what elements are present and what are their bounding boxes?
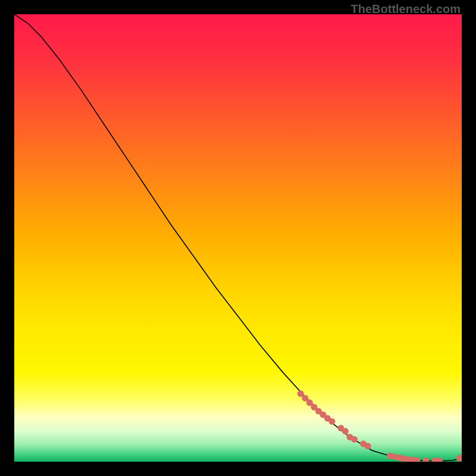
chart-markers <box>298 390 462 462</box>
chart-marker <box>436 458 443 462</box>
chart-marker <box>328 418 335 425</box>
chart-line-layer <box>14 14 462 462</box>
chart-marker <box>422 458 429 462</box>
chart-plot-area <box>14 14 462 462</box>
chart-marker <box>365 443 371 449</box>
chart-marker <box>456 455 462 461</box>
chart-marker <box>342 428 349 434</box>
chart-curve <box>14 14 462 461</box>
chart-marker <box>351 436 358 443</box>
watermark-text: TheBottleneck.com <box>351 2 461 16</box>
